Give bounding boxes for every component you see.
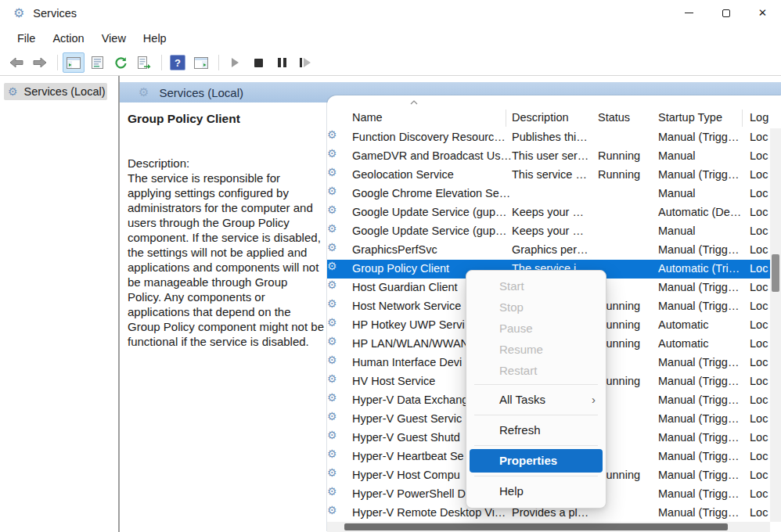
service-gear-icon: ⚙: [327, 504, 337, 516]
help-button[interactable]: ?: [167, 52, 189, 73]
minimize-button[interactable]: [671, 0, 707, 26]
cell-startup_type: Manual (Trigg…: [658, 168, 739, 181]
stop-service-icon: [254, 59, 263, 67]
close-button[interactable]: ✕: [744, 0, 781, 26]
menu-item-resume: Resume: [466, 339, 606, 360]
cell-name: HP Hotkey UWP Servi: [352, 318, 465, 331]
show-console-tree-button[interactable]: [63, 52, 85, 73]
cell-description: This user ser…: [512, 149, 588, 162]
cell-name: Host Guardian Client: [352, 281, 458, 293]
cell-log_on_as: Loc: [750, 262, 768, 275]
service-gear-icon: ⚙: [327, 279, 337, 291]
service-gear-icon: ⚙: [327, 297, 337, 310]
menu-item-refresh[interactable]: Refresh: [466, 419, 606, 442]
service-gear-icon: ⚙: [327, 185, 337, 197]
cell-log_on_as: Loc: [750, 168, 768, 181]
menu-item-pause: Pause: [466, 318, 606, 339]
column-header-startup-type[interactable]: Startup Type: [658, 111, 722, 124]
maximize-button[interactable]: [707, 0, 744, 26]
cell-startup_type: Manual (Trigg…: [658, 431, 739, 444]
start-service-button[interactable]: [224, 52, 246, 73]
cell-startup_type: Automatic (Tri…: [658, 262, 740, 275]
back-icon: [9, 57, 24, 68]
cell-name: Function Discovery Resourc…: [352, 131, 506, 143]
table-row[interactable]: ⚙GraphicsPerfSvcGraphics per…Manual (Tri…: [327, 241, 781, 260]
service-gear-icon: ⚙: [327, 466, 337, 479]
service-gear-icon: ⚙: [327, 391, 337, 404]
service-gear-icon: ⚙: [327, 316, 337, 329]
properties-button[interactable]: [86, 52, 108, 73]
cell-startup_type: Manual: [658, 187, 696, 200]
menu-action[interactable]: Action: [44, 29, 92, 48]
back-button[interactable]: [5, 52, 27, 73]
cell-log_on_as: Loc: [750, 431, 768, 444]
cell-log_on_as: Loc: [750, 412, 768, 425]
service-gear-icon: ⚙: [327, 147, 337, 160]
service-gear-icon: ⚙: [327, 448, 337, 460]
cell-description: This service …: [512, 168, 587, 181]
forward-button[interactable]: [29, 52, 51, 73]
cell-name: Hyper-V Heartbeat Se: [352, 450, 464, 462]
cell-name: GraphicsPerfSvc: [352, 243, 437, 256]
cell-startup_type: Manual (Trigg…: [658, 356, 739, 368]
column-header-name[interactable]: Name: [352, 111, 383, 124]
main-area: ⚙ Services (Local) Group Policy Client D…: [120, 76, 781, 532]
vertical-scrollbar-thumb[interactable]: [772, 254, 779, 292]
cell-name: Hyper-V Guest Shutd: [352, 431, 460, 444]
restart-service-button[interactable]: [294, 52, 316, 73]
menu-file[interactable]: File: [9, 29, 44, 48]
show-action-pane-button[interactable]: [190, 52, 212, 73]
cell-startup_type: Manual (Trigg…: [658, 487, 739, 500]
service-gear-icon: ⚙: [327, 485, 337, 498]
refresh-button[interactable]: [110, 52, 131, 73]
menu-item-start: Start: [466, 275, 606, 297]
stop-service-button[interactable]: [247, 52, 269, 73]
service-gear-icon: ⚙: [327, 166, 337, 178]
menu-help[interactable]: Help: [135, 29, 175, 48]
menu-item-all-tasks[interactable]: All Tasks›: [466, 388, 606, 412]
refresh-icon: [114, 56, 128, 69]
column-divider[interactable]: [742, 110, 743, 127]
menu-separator: [474, 445, 598, 446]
vertical-scrollbar[interactable]: [770, 128, 781, 522]
column-header-status[interactable]: Status: [598, 111, 630, 124]
cell-startup_type: Manual (Trigg…: [658, 375, 739, 387]
export-list-icon: [137, 56, 151, 69]
cell-log_on_as: Loc: [750, 206, 768, 218]
column-header-description[interactable]: Description: [512, 111, 569, 124]
services-header-label: Services (Local): [159, 86, 243, 99]
cell-log_on_as: Loc: [750, 131, 768, 143]
column-header-log-on-as[interactable]: Log: [750, 111, 768, 124]
table-row[interactable]: ⚙Google Chrome Elevation Se…ManualLoc: [327, 185, 781, 203]
menu-item-properties[interactable]: Properties: [470, 449, 603, 473]
column-divider[interactable]: [506, 110, 506, 127]
service-gear-icon: ⚙: [327, 260, 337, 272]
table-row[interactable]: ⚙Geolocation ServiceThis service …Runnin…: [327, 166, 781, 185]
horizontal-scrollbar-thumb[interactable]: [344, 523, 728, 530]
restart-service-icon: [300, 58, 311, 67]
cell-startup_type: Automatic (De…: [658, 206, 741, 218]
table-row[interactable]: ⚙Function Discovery Resourc…Publishes th…: [327, 128, 781, 147]
menu-item-help[interactable]: Help: [466, 480, 606, 503]
cell-log_on_as: Loc: [750, 225, 768, 237]
cell-name: Hyper-V Host Compu: [352, 469, 460, 481]
service-gear-icon: ⚙: [327, 241, 337, 253]
toolbar: ?: [0, 50, 781, 76]
start-service-icon: [232, 58, 239, 67]
table-row[interactable]: ⚙Google Update Service (gup…Keeps your ……: [327, 203, 781, 222]
table-row[interactable]: ⚙Google Update Service (gup…Keeps your ……: [327, 222, 781, 241]
tree-item-services-local[interactable]: ⚙ Services (Local): [4, 83, 107, 100]
menu-separator: [474, 476, 598, 476]
cell-log_on_as: Loc: [750, 337, 768, 350]
table-row[interactable]: ⚙GameDVR and Broadcast Us…This user ser……: [327, 147, 781, 166]
cell-log_on_as: Loc: [750, 469, 768, 481]
pause-service-button[interactable]: [271, 52, 293, 73]
menu-view[interactable]: View: [93, 29, 135, 48]
horizontal-scrollbar[interactable]: [327, 522, 770, 532]
forward-icon: [32, 57, 48, 68]
description-text: The service is responsible for applying …: [128, 171, 324, 349]
toolbar-separator: [161, 55, 162, 70]
description-label: Description:: [128, 156, 322, 171]
export-list-button[interactable]: [133, 52, 155, 73]
console-tree-pane: ⚙ Services (Local): [0, 76, 118, 532]
